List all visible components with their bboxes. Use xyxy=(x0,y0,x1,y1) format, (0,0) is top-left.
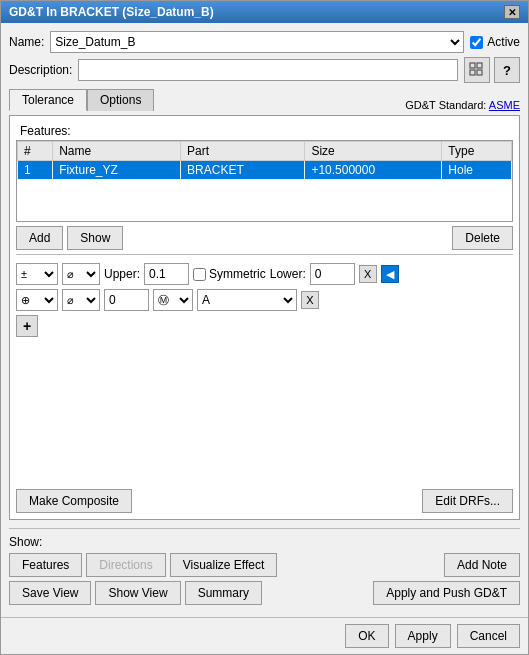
features-show-button[interactable]: Features xyxy=(9,553,82,577)
tabs-row: Tolerance Options GD&T Standard: ASME xyxy=(9,87,520,111)
cell-type: Hole xyxy=(442,161,512,180)
description-label: Description: xyxy=(9,63,72,77)
visualize-effect-button[interactable]: Visualize Effect xyxy=(170,553,278,577)
show-btns-row-2: Save View Show View Summary Apply and Pu… xyxy=(9,581,520,605)
divider-1 xyxy=(16,254,513,255)
cell-num: 1 xyxy=(18,161,53,180)
tab-options[interactable]: Options xyxy=(87,89,154,111)
datum-select[interactable]: A xyxy=(197,289,297,311)
show-btns-right-2: Apply and Push GD&T xyxy=(373,581,520,605)
apply-push-button[interactable]: Apply and Push GD&T xyxy=(373,581,520,605)
show-view-button[interactable]: Show View xyxy=(95,581,180,605)
features-table-area[interactable]: # Name Part Size Type 1 Fixt xyxy=(17,141,512,221)
show-btns-left-2: Save View Show View Summary xyxy=(9,581,262,605)
mat-select[interactable]: Ⓜ xyxy=(153,289,193,311)
tol-type-select-1[interactable]: ± xyxy=(16,263,58,285)
composite-row: Make Composite Edit DRFs... xyxy=(16,489,513,513)
grid-icon xyxy=(468,61,486,79)
directions-button[interactable]: Directions xyxy=(86,553,165,577)
upper-input[interactable] xyxy=(144,263,189,285)
save-view-button[interactable]: Save View xyxy=(9,581,91,605)
tol-type-select-2[interactable]: ⊕ xyxy=(16,289,58,311)
svg-rect-1 xyxy=(477,63,482,68)
grid-icon-button[interactable] xyxy=(464,57,490,83)
col-type: Type xyxy=(442,142,512,161)
tabs-group: Tolerance Options xyxy=(9,89,154,111)
active-label: Active xyxy=(487,35,520,49)
features-label: Features: xyxy=(16,122,513,140)
col-num: # xyxy=(18,142,53,161)
description-row: Description: ? xyxy=(9,57,520,83)
bottom-bar: OK Apply Cancel xyxy=(1,617,528,654)
symmetric-check-group: Symmetric xyxy=(193,267,266,281)
lower-input[interactable] xyxy=(310,263,355,285)
show-btns-right-1: Add Note xyxy=(444,553,520,577)
col-part: Part xyxy=(181,142,305,161)
table-row[interactable]: 1 Fixture_YZ BRACKET +10.500000 Hole xyxy=(18,161,512,180)
add-note-button[interactable]: Add Note xyxy=(444,553,520,577)
tab-tolerance[interactable]: Tolerance xyxy=(9,89,87,111)
cancel-button[interactable]: Cancel xyxy=(457,624,520,648)
tol-value-input[interactable] xyxy=(104,289,149,311)
features-btn-row: Add Show Delete xyxy=(16,226,513,250)
symmetric-checkbox[interactable] xyxy=(193,268,206,281)
tolerance-rows: ± ⌀ Upper: Symmetric Lower: X ◀ xyxy=(16,263,513,337)
help-icon-button[interactable]: ? xyxy=(494,57,520,83)
help-icon: ? xyxy=(503,63,511,78)
show-btns-left-1: Features Directions Visualize Effect xyxy=(9,553,277,577)
svg-rect-0 xyxy=(470,63,475,68)
apply-button[interactable]: Apply xyxy=(395,624,451,648)
col-name: Name xyxy=(53,142,181,161)
description-input[interactable] xyxy=(78,59,458,81)
features-panel: # Name Part Size Type 1 Fixt xyxy=(16,140,513,222)
edit-drfs-button[interactable]: Edit DRFs... xyxy=(422,489,513,513)
close-button[interactable]: ✕ xyxy=(504,5,520,19)
name-label: Name: xyxy=(9,35,44,49)
name-row: Name: Size_Datum_B Active xyxy=(9,31,520,53)
upper-label: Upper: xyxy=(104,267,140,281)
tol-row-1: ± ⌀ Upper: Symmetric Lower: X ◀ xyxy=(16,263,513,285)
tol-row-2: ⊕ ⌀ Ⓜ A X xyxy=(16,289,513,311)
main-content: Name: Size_Datum_B Active Description: xyxy=(1,23,528,617)
svg-rect-3 xyxy=(477,70,482,75)
symmetric-label: Symmetric xyxy=(209,267,266,281)
name-select[interactable]: Size_Datum_B xyxy=(50,31,464,53)
svg-rect-2 xyxy=(470,70,475,75)
main-window: GD&T In BRACKET (Size_Datum_B) ✕ Name: S… xyxy=(0,0,529,655)
ok-button[interactable]: OK xyxy=(345,624,388,648)
btn-group-left: Add Show xyxy=(16,226,123,250)
show-label: Show: xyxy=(9,535,520,549)
delete-button[interactable]: Delete xyxy=(452,226,513,250)
cell-size: +10.500000 xyxy=(305,161,442,180)
gdt-standard-link[interactable]: ASME xyxy=(489,99,520,111)
show-section: Show: Features Directions Visualize Effe… xyxy=(9,528,520,609)
features-group: Features: # Name Part Size Type xyxy=(16,122,513,250)
active-checkbox-group: Active xyxy=(470,35,520,49)
title-bar: GD&T In BRACKET (Size_Datum_B) ✕ xyxy=(1,1,528,23)
arrow-button-1[interactable]: ◀ xyxy=(381,265,399,283)
show-btns-row-1: Features Directions Visualize Effect Add… xyxy=(9,553,520,577)
col-size: Size xyxy=(305,142,442,161)
zone-select-2[interactable]: ⌀ xyxy=(62,289,100,311)
add-tol-row-button[interactable]: + xyxy=(16,315,38,337)
x-button-2[interactable]: X xyxy=(301,291,319,309)
add-button[interactable]: Add xyxy=(16,226,63,250)
icon-buttons: ? xyxy=(464,57,520,83)
x-button-1[interactable]: X xyxy=(359,265,377,283)
features-table: # Name Part Size Type 1 Fixt xyxy=(17,141,512,180)
gdt-standard: GD&T Standard: ASME xyxy=(405,99,520,111)
cell-part: BRACKET xyxy=(181,161,305,180)
window-title: GD&T In BRACKET (Size_Datum_B) xyxy=(9,5,214,19)
show-button[interactable]: Show xyxy=(67,226,123,250)
spacer xyxy=(16,341,513,485)
title-controls: ✕ xyxy=(504,5,520,19)
make-composite-button[interactable]: Make Composite xyxy=(16,489,132,513)
zone-select-1[interactable]: ⌀ xyxy=(62,263,100,285)
cell-name: Fixture_YZ xyxy=(53,161,181,180)
tab-panel: Features: # Name Part Size Type xyxy=(9,115,520,520)
summary-button[interactable]: Summary xyxy=(185,581,262,605)
active-checkbox[interactable] xyxy=(470,36,483,49)
lower-label: Lower: xyxy=(270,267,306,281)
